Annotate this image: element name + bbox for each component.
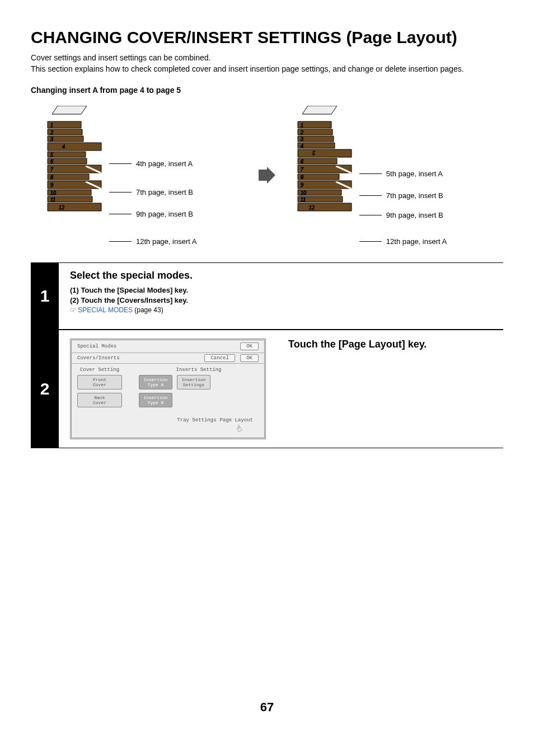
- left-labels: 4th page, insert A 7th page, insert B 9t…: [109, 123, 196, 246]
- step1-number: 1: [31, 263, 59, 329]
- svg-text:5: 5: [50, 152, 53, 158]
- step2-title: Touch the [Page Layout] key.: [288, 339, 427, 350]
- svg-text:4: 4: [62, 143, 65, 149]
- right-labels: 5th page, insert A 7th page, insert B 9t…: [359, 126, 447, 246]
- label-r2: 7th page, insert B: [386, 191, 443, 200]
- diagram-section: 1 2 3 4 5 6 7 8 9 10 11 12: [31, 106, 503, 246]
- svg-text:12: 12: [309, 204, 315, 210]
- page-layout-button[interactable]: Page Layout: [220, 417, 253, 423]
- cover-setting-label: Cover Setting: [77, 367, 122, 373]
- svg-text:8: 8: [50, 174, 53, 180]
- svg-text:11: 11: [301, 196, 306, 203]
- changing-subheading: Changing insert A from page 4 to page 5: [31, 86, 503, 95]
- svg-text:1: 1: [301, 122, 303, 128]
- panel-covers-inserts: Covers/Inserts: [77, 355, 120, 361]
- svg-text:3: 3: [300, 136, 303, 142]
- page-number: 67: [31, 700, 503, 715]
- svg-text:9: 9: [301, 182, 303, 188]
- covers-inserts-panel: Special Modes OK Covers/Inserts Cancel O…: [70, 339, 266, 439]
- link-suffix: (page 43): [133, 306, 163, 314]
- hand-icon: ☝: [234, 422, 244, 435]
- intro-text: Cover settings and insert settings can b…: [31, 53, 503, 74]
- pointer-icon: ☞: [70, 306, 76, 314]
- svg-marker-16: [259, 167, 275, 184]
- step-2: 2 Special Modes OK Covers/Inserts Cancel…: [31, 330, 503, 448]
- svg-text:6: 6: [50, 158, 53, 165]
- label-l1: 4th page, insert A: [136, 159, 193, 168]
- svg-text:3: 3: [50, 136, 53, 142]
- stack-svg-left: 1 2 3 4 5 6 7 8 9 10 11 12: [31, 106, 109, 246]
- svg-text:12: 12: [59, 204, 64, 210]
- left-diagram: 1 2 3 4 5 6 7 8 9 10 11 12: [31, 106, 253, 246]
- arrow-icon: [253, 163, 281, 189]
- intro-line2: This section explains how to check compl…: [31, 64, 464, 73]
- svg-text:4: 4: [301, 143, 303, 149]
- svg-text:6: 6: [301, 158, 303, 165]
- left-stack-icon: 1 2 3 4 5 6 7 8 9 10 11 12: [31, 106, 109, 246]
- label-r3: 9th page, insert B: [386, 211, 443, 219]
- inserts-setting-label: Inserts Setting: [139, 367, 259, 373]
- intro-line1: Cover settings and insert settings can b…: [31, 53, 210, 62]
- panel-special-modes: Special Modes: [77, 344, 116, 349]
- right-stack-icon: 1 2 3 4 5 6 7 8 9 10 11 12: [281, 106, 359, 246]
- ok-button-top[interactable]: OK: [240, 342, 259, 350]
- label-l3: 9th page, insert B: [136, 210, 193, 218]
- label-r1: 5th page, insert A: [386, 170, 443, 178]
- svg-text:10: 10: [301, 190, 306, 196]
- svg-text:1: 1: [50, 122, 53, 128]
- svg-text:10: 10: [50, 190, 56, 196]
- svg-text:2: 2: [50, 129, 53, 135]
- label-r4: 12th page, insert A: [386, 237, 447, 246]
- back-cover-button[interactable]: Back Cover: [77, 393, 122, 407]
- svg-text:9: 9: [50, 182, 53, 188]
- page-title: CHANGING COVER/INSERT SETTINGS (Page Lay…: [31, 28, 503, 47]
- label-l2: 7th page, insert B: [136, 188, 193, 196]
- ok-button-inner[interactable]: OK: [240, 354, 259, 362]
- step1-sub2: (2) Touch the [Covers/Inserts] key.: [70, 296, 492, 304]
- svg-text:2: 2: [301, 129, 303, 135]
- svg-text:8: 8: [301, 174, 303, 180]
- step1-title: Select the special modes.: [70, 270, 492, 281]
- right-diagram: 1 2 3 4 5 6 7 8 9 10 11 12: [281, 106, 503, 246]
- step2-number: 2: [31, 330, 59, 448]
- cancel-button[interactable]: Cancel: [204, 354, 235, 362]
- step1-sub1: (1) Touch the [Special Modes] key.: [70, 286, 492, 294]
- tray-settings-button[interactable]: Tray Settings: [177, 417, 216, 423]
- insertion-settings-button[interactable]: Insertion Settings: [177, 375, 210, 389]
- front-cover-button[interactable]: Front Cover: [77, 375, 122, 389]
- svg-text:5: 5: [312, 150, 315, 156]
- insertion-type-b-button[interactable]: Insertion Type B: [139, 393, 172, 407]
- step-1: 1 Select the special modes. (1) Touch th…: [31, 262, 503, 330]
- label-l4: 12th page, insert A: [136, 237, 196, 246]
- insertion-type-a-button[interactable]: Insertion Type A: [139, 375, 172, 389]
- svg-text:11: 11: [50, 196, 55, 203]
- stack-svg-right: 1 2 3 4 5 6 7 8 9 10 11 12: [281, 106, 359, 246]
- special-modes-link[interactable]: SPECIAL MODES: [78, 306, 133, 314]
